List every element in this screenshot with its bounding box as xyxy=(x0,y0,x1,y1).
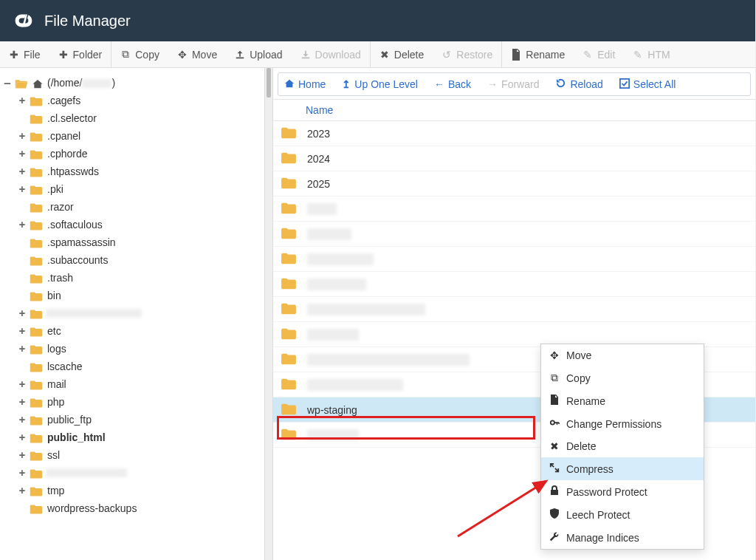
tree-item[interactable]: lscache xyxy=(46,358,82,375)
expand-icon[interactable]: + xyxy=(18,127,27,145)
expand-icon[interactable]: + xyxy=(18,340,27,358)
tree-item[interactable]: .cagefs xyxy=(46,92,80,109)
upload-button[interactable]: Upload xyxy=(226,41,291,67)
tree-item[interactable]: etc xyxy=(46,322,61,340)
file-row[interactable] xyxy=(273,197,755,222)
context-menu-manage-indices[interactable]: Manage Indices xyxy=(541,526,704,549)
expand-icon[interactable]: + xyxy=(18,446,27,464)
nav-up-button[interactable]: ↥Up One Level xyxy=(342,78,418,90)
expand-icon[interactable]: + xyxy=(18,375,27,393)
tree-item[interactable]: .spamassassin xyxy=(46,233,116,251)
expand-icon[interactable]: + xyxy=(18,180,27,198)
file-row[interactable]: 2025 xyxy=(273,171,755,197)
move-icon: ✥ xyxy=(549,349,560,361)
cpanel-logo xyxy=(9,9,38,33)
folder-icon xyxy=(281,428,298,443)
folder-icon xyxy=(30,307,43,319)
context-menu-password-protect[interactable]: Password Protect xyxy=(541,480,704,503)
tree-item[interactable]: bin xyxy=(46,287,61,304)
x-icon: ✖ xyxy=(379,49,390,60)
root-label[interactable]: (/home/) xyxy=(46,74,115,92)
tree-item[interactable]: .cphorde xyxy=(46,145,87,163)
splitter-handle[interactable] xyxy=(264,68,273,560)
move-button[interactable]: ✥Move xyxy=(168,41,226,67)
download-button[interactable]: Download xyxy=(292,41,370,67)
tree-item[interactable]: logs xyxy=(46,340,66,358)
file-name: 2025 xyxy=(307,178,330,190)
expand-icon[interactable]: + xyxy=(18,464,27,482)
tree-item-redacted[interactable] xyxy=(46,309,142,318)
tree-item[interactable]: .razor xyxy=(46,198,74,216)
context-menu-leech-protect[interactable]: Leech Protect xyxy=(541,503,704,526)
context-menu-compress[interactable]: Compress xyxy=(541,457,704,480)
folder-tree[interactable]: – (/home/) +.cagefs.cl.selector+.cpanel+… xyxy=(0,68,264,560)
tree-item[interactable]: .pki xyxy=(46,180,63,198)
tree-item[interactable]: public_html xyxy=(46,428,106,446)
expand-icon[interactable]: + xyxy=(18,92,27,109)
context-menu-change-permissions[interactable]: Change Permissions xyxy=(541,412,704,435)
copy-button[interactable]: ⧉Copy xyxy=(111,41,168,67)
nav-forward-button[interactable]: →Forward xyxy=(487,78,539,90)
file-name-redacted xyxy=(307,354,470,366)
html-editor-button[interactable]: ✎HTM xyxy=(624,41,678,67)
tree-item[interactable]: .htpasswds xyxy=(46,163,99,180)
tree-item[interactable]: .cl.selector xyxy=(46,109,97,127)
tree-item[interactable]: .cpanel xyxy=(46,127,80,145)
expand-icon[interactable]: + xyxy=(18,216,27,233)
file-row[interactable]: 2024 xyxy=(273,146,755,171)
rename-button[interactable]: Rename xyxy=(502,41,574,67)
nav-reload-button[interactable]: Reload xyxy=(555,78,602,91)
file-row[interactable] xyxy=(273,297,755,322)
tree-item[interactable]: tmp xyxy=(46,482,64,499)
expand-icon[interactable]: + xyxy=(18,428,27,446)
delete-button[interactable]: ✖Delete xyxy=(371,41,433,67)
check-square-icon xyxy=(619,78,630,91)
file-row[interactable]: 2023 xyxy=(273,121,755,146)
context-menu-delete[interactable]: ✖Delete xyxy=(541,435,704,457)
expand-icon[interactable]: + xyxy=(18,411,27,428)
restore-button[interactable]: ↺Restore xyxy=(433,41,501,67)
folder-icon xyxy=(30,254,43,266)
tree-item[interactable]: .softaculous xyxy=(46,216,103,233)
tree-item-redacted[interactable] xyxy=(46,468,127,477)
expand-icon[interactable]: + xyxy=(18,145,27,163)
expand-icon[interactable]: + xyxy=(18,482,27,499)
folder-icon xyxy=(281,403,298,417)
folder-icon xyxy=(281,227,298,242)
expand-icon[interactable]: + xyxy=(18,322,27,340)
column-header-name[interactable]: Name xyxy=(273,99,755,121)
nav-back-button[interactable]: ←Back xyxy=(434,78,471,90)
tree-item[interactable]: wordpress-backups xyxy=(46,499,137,517)
undo-icon: ↺ xyxy=(441,49,452,60)
file-name-redacted xyxy=(307,279,366,290)
tree-item[interactable]: mail xyxy=(46,375,66,393)
expand-icon[interactable]: + xyxy=(18,393,27,411)
folder-icon xyxy=(281,177,298,191)
tree-item[interactable]: .subaccounts xyxy=(46,251,109,269)
expand-icon[interactable]: + xyxy=(18,163,27,180)
edit-button[interactable]: ✎Edit xyxy=(574,41,624,67)
collapse-icon[interactable]: – xyxy=(3,74,12,92)
nav-select-all-button[interactable]: Select All xyxy=(619,78,676,91)
nav-home-button[interactable]: Home xyxy=(284,78,326,91)
context-menu-rename[interactable]: Rename xyxy=(541,389,704,412)
folder-icon xyxy=(281,378,298,392)
folder-icon xyxy=(30,325,43,337)
tree-item[interactable]: public_ftp xyxy=(46,411,92,428)
file-row[interactable] xyxy=(273,272,755,297)
file-name: 2024 xyxy=(307,153,330,165)
file-row[interactable] xyxy=(273,247,755,272)
folder-icon xyxy=(30,236,43,248)
file-button[interactable]: ✚File xyxy=(0,41,49,67)
tree-item[interactable]: php xyxy=(46,393,64,411)
folder-icon xyxy=(30,502,43,514)
tree-item[interactable]: ssl xyxy=(46,446,60,464)
file-row[interactable] xyxy=(273,222,755,247)
folder-button[interactable]: ✚Folder xyxy=(49,41,111,67)
expand-icon[interactable]: + xyxy=(18,304,27,322)
app-header: File Manager xyxy=(0,0,755,41)
folder-open-icon xyxy=(15,77,28,89)
tree-item[interactable]: .trash xyxy=(46,269,73,287)
context-menu-copy[interactable]: ⧉Copy xyxy=(541,366,704,389)
context-menu-move[interactable]: ✥Move xyxy=(541,344,704,366)
